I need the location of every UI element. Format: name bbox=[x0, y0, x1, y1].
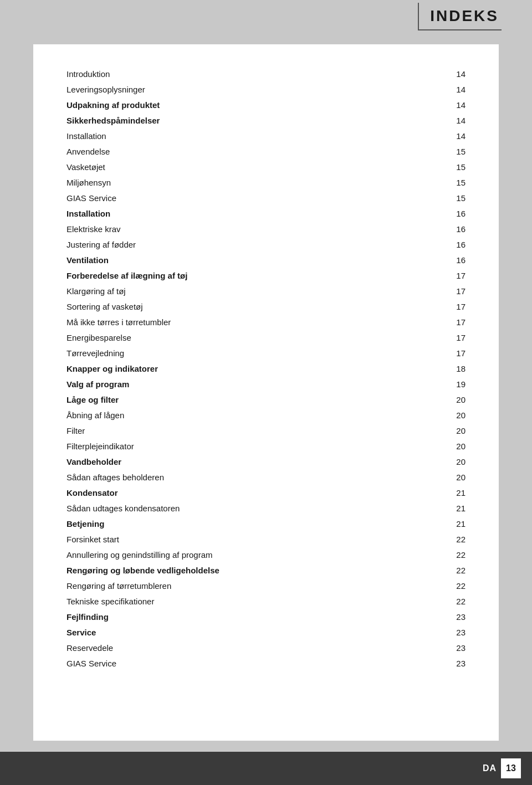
index-label: Filterplejeindikator bbox=[66, 440, 134, 453]
index-page-number: 23 bbox=[449, 610, 466, 624]
index-row: Betjening21 bbox=[66, 516, 466, 532]
index-row: Justering af fødder16 bbox=[66, 237, 466, 253]
index-label: Klargøring af tøj bbox=[66, 285, 126, 298]
index-label: Udpakning af produktet bbox=[66, 99, 160, 112]
index-page-number: 20 bbox=[449, 393, 466, 407]
index-page-number: 15 bbox=[449, 192, 466, 205]
index-page-number: 20 bbox=[449, 455, 466, 469]
index-label: Justering af fødder bbox=[66, 238, 136, 252]
index-row: GIAS Service23 bbox=[66, 656, 466, 671]
index-page-number: 20 bbox=[449, 440, 466, 453]
index-row: Reservedele23 bbox=[66, 640, 466, 656]
index-label: Vasketøjet bbox=[66, 161, 105, 174]
index-label: Valg af program bbox=[66, 378, 129, 391]
index-row: Må ikke tørres i tørretumbler17 bbox=[66, 315, 466, 330]
index-row: Rengøring og løbende vedligeholdelse22 bbox=[66, 563, 466, 578]
index-page-number: 15 bbox=[449, 145, 466, 158]
index-page-number: 22 bbox=[449, 533, 466, 546]
index-label: Sortering af vasketøj bbox=[66, 300, 143, 314]
index-page-number: 23 bbox=[449, 657, 466, 670]
language-label: DA bbox=[483, 763, 497, 773]
index-page-number: 22 bbox=[449, 579, 466, 593]
index-page-number: 16 bbox=[449, 223, 466, 236]
index-row: Sådan aftages beholderen20 bbox=[66, 470, 466, 485]
bottom-bar: DA 13 bbox=[0, 752, 532, 785]
index-row: Forberedelse af ilægning af tøj17 bbox=[66, 268, 466, 284]
index-label: Installation bbox=[66, 130, 106, 143]
index-page-number: 15 bbox=[449, 161, 466, 174]
left-accent bbox=[0, 0, 30, 785]
index-page-number: 20 bbox=[449, 471, 466, 484]
index-row: Sortering af vasketøj17 bbox=[66, 299, 466, 315]
index-row: Miljøhensyn15 bbox=[66, 175, 466, 191]
index-label: Rengøring af tørretumbleren bbox=[66, 579, 171, 593]
index-label: Rengøring og løbende vedligeholdelse bbox=[66, 564, 219, 577]
index-row: Leveringsoplysninger14 bbox=[66, 82, 466, 98]
index-row: Service23 bbox=[66, 625, 466, 640]
index-row: Tekniske specifikationer22 bbox=[66, 594, 466, 609]
index-page-number: 14 bbox=[449, 83, 466, 96]
index-row: Udpakning af produktet14 bbox=[66, 98, 466, 113]
header-box: INDEKS bbox=[418, 3, 515, 30]
index-page-number: 17 bbox=[449, 300, 466, 314]
index-page-number: 17 bbox=[449, 347, 466, 360]
index-row: Ventilation16 bbox=[66, 253, 466, 268]
index-row: Låge og filter20 bbox=[66, 392, 466, 408]
index-page-number: 18 bbox=[449, 362, 466, 376]
index-label: Må ikke tørres i tørretumbler bbox=[66, 316, 171, 329]
index-row: Introduktion14 bbox=[66, 66, 466, 82]
index-label: Ventilation bbox=[66, 254, 109, 267]
index-page-number: 14 bbox=[449, 130, 466, 143]
index-page-number: 21 bbox=[449, 486, 466, 500]
index-row: Rengøring af tørretumbleren22 bbox=[66, 578, 466, 594]
index-label: Anvendelse bbox=[66, 145, 110, 158]
index-page-number: 16 bbox=[449, 207, 466, 220]
index-label: Knapper og indikatorer bbox=[66, 362, 158, 376]
index-label: Betjening bbox=[66, 517, 104, 531]
index-label: Sådan aftages beholderen bbox=[66, 471, 164, 484]
index-label: Vandbeholder bbox=[66, 455, 121, 469]
index-page-number: 17 bbox=[449, 331, 466, 345]
index-row: Elektriske krav16 bbox=[66, 222, 466, 237]
index-row: Knapper og indikatorer18 bbox=[66, 361, 466, 377]
index-row: Fejlfinding23 bbox=[66, 609, 466, 625]
index-label: Forberedelse af ilægning af tøj bbox=[66, 269, 187, 283]
page-container: INDEKS Introduktion14Leveringsoplysninge… bbox=[0, 0, 532, 785]
index-page-number: 21 bbox=[449, 502, 466, 515]
header-bar: INDEKS bbox=[0, 0, 532, 33]
index-label: Service bbox=[66, 626, 96, 639]
index-label: GIAS Service bbox=[66, 657, 116, 670]
index-label: Forsinket start bbox=[66, 533, 119, 546]
index-label: Sådan udtages kondensatoren bbox=[66, 502, 180, 515]
index-page-number: 17 bbox=[449, 285, 466, 298]
index-label: Åbning af lågen bbox=[66, 409, 124, 422]
index-page-number: 20 bbox=[449, 424, 466, 438]
index-label: Annullering og genindstilling af program bbox=[66, 548, 213, 562]
index-page-number: 14 bbox=[449, 114, 466, 127]
index-page-number: 17 bbox=[449, 316, 466, 329]
index-label: Energibesparelse bbox=[66, 331, 131, 345]
index-row: Vandbeholder20 bbox=[66, 454, 466, 470]
index-label: Introduktion bbox=[66, 68, 110, 81]
index-row: Anvendelse15 bbox=[66, 144, 466, 160]
index-page-number: 22 bbox=[449, 595, 466, 608]
index-page-number: 21 bbox=[449, 517, 466, 531]
index-page-number: 22 bbox=[449, 564, 466, 577]
index-page-number: 22 bbox=[449, 548, 466, 562]
index-label: Tørrevejledning bbox=[66, 347, 124, 360]
index-row: Energibesparelse17 bbox=[66, 330, 466, 346]
index-row: Vasketøjet15 bbox=[66, 160, 466, 175]
index-label: Miljøhensyn bbox=[66, 176, 111, 189]
index-row: Forsinket start22 bbox=[66, 532, 466, 547]
index-label: Leveringsoplysninger bbox=[66, 83, 145, 96]
index-page-number: 19 bbox=[449, 378, 466, 391]
index-page-number: 17 bbox=[449, 269, 466, 283]
content-area: Introduktion14Leveringsoplysninger14Udpa… bbox=[33, 44, 499, 741]
index-row: GIAS Service15 bbox=[66, 191, 466, 206]
index-row: Klargøring af tøj17 bbox=[66, 284, 466, 299]
index-row: Valg af program19 bbox=[66, 377, 466, 392]
index-row: Sådan udtages kondensatoren21 bbox=[66, 501, 466, 516]
index-label: Kondensator bbox=[66, 486, 118, 500]
index-label: Reservedele bbox=[66, 642, 113, 655]
index-row: Tørrevejledning17 bbox=[66, 346, 466, 361]
